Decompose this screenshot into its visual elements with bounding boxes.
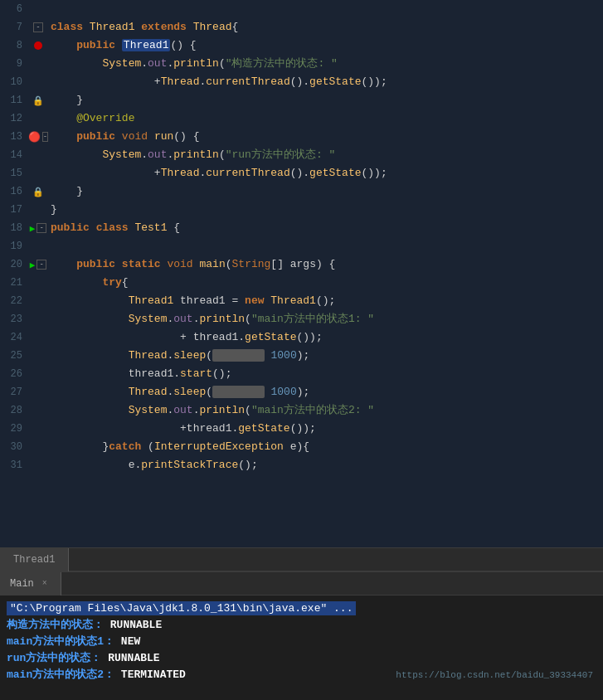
code-line-26: 26 thread1.start(); <box>0 365 603 383</box>
code-content-23: System.out.println("main方法中的状态1: " <box>47 310 603 328</box>
gutter-16: 🔒 <box>29 187 47 197</box>
line-number-16: 16 <box>0 186 29 197</box>
code-line-31: 31 e.printStackTrace(); <box>0 456 603 474</box>
code-content-21: try{ <box>47 274 603 292</box>
code-content-28: System.out.println("main方法中的状态2: " <box>47 401 603 420</box>
console-label-1: 构造方法中的状态： <box>7 619 104 631</box>
code-line-28: 28 System.out.println("main方法中的状态2: " <box>0 401 603 420</box>
code-content-16: } <box>47 182 603 201</box>
gutter-13: 🔴 - <box>29 131 47 143</box>
code-content-9: System.out.println("构造方法中的状态: " <box>47 55 603 73</box>
line-number-23: 23 <box>0 314 29 325</box>
code-line-25: 25 Thread.sleep( 1000); <box>0 347 603 365</box>
line-number-15: 15 <box>0 168 29 179</box>
console-tab-bar: Main × <box>0 572 603 595</box>
line-number-17: 17 <box>0 204 29 216</box>
breakpoint-icon-8[interactable] <box>34 41 42 50</box>
code-content-30: }catch (InterruptedException e){ <box>47 438 603 456</box>
console-line-3: run方法中的状态： RUNNABLE <box>7 650 596 667</box>
close-console-button[interactable]: × <box>39 578 51 590</box>
line-number-11: 11 <box>0 95 29 106</box>
console-value-1: RUNNABLE <box>110 619 162 631</box>
code-content-17: } <box>47 201 603 219</box>
console-output: "C:\Program Files\Java\jdk1.8.0_131\bin\… <box>0 595 603 688</box>
console-value-4: TERMINATED <box>121 668 186 681</box>
line-number-24: 24 <box>0 332 29 343</box>
fold-icon-7[interactable]: - <box>33 22 43 32</box>
gutter-20: ▶ - <box>29 260 47 270</box>
code-content-15: +Thread.currentThread().getState()); <box>47 164 603 182</box>
code-content-22: Thread1 thread1 = new Thread1(); <box>47 292 603 310</box>
console-tab-main[interactable]: Main × <box>0 572 61 595</box>
editor-area: 6 7 - class Thread1 extends Thread{ 8 pu… <box>0 0 603 547</box>
code-line-11: 11 🔒 } <box>0 91 603 109</box>
console-label-2: main方法中的状态1： <box>7 635 114 648</box>
console-value-2: NEW <box>121 635 140 648</box>
console-tab-label: Main <box>10 578 34 590</box>
line-number-30: 30 <box>0 441 29 453</box>
console-line-2: main方法中的状态1： NEW <box>7 634 596 650</box>
console-cmd-line: "C:\Program Files\Java\jdk1.8.0_131\bin\… <box>7 600 596 617</box>
console-area: Main × "C:\Program Files\Java\jdk1.8.0_1… <box>0 571 603 700</box>
breakpoint-arrow-13: 🔴 <box>28 131 41 143</box>
lock-icon-11: 🔒 <box>32 95 44 106</box>
code-line-13: 13 🔴 - public void run() { <box>0 128 603 146</box>
code-line-18: 18 ▶ - public class Test1 { <box>0 219 603 237</box>
code-content-10: +Thread.currentThread().getState()); <box>47 73 603 91</box>
editor-tab-bar: Thread1 <box>0 547 603 571</box>
console-line-4: main方法中的状态2： TERMINATED https://blog.csd… <box>7 667 596 683</box>
code-line-15: 15 +Thread.currentThread().getState()); <box>0 164 603 182</box>
editor-tab-label: Thread1 <box>13 554 55 566</box>
console-label-3: run方法中的状态： <box>7 652 101 664</box>
code-content-24: + thread1.getState()); <box>47 328 603 347</box>
line-number-21: 21 <box>0 277 29 289</box>
code-line-22: 22 Thread1 thread1 = new Thread1(); <box>0 292 603 310</box>
editor-tab-thread1[interactable]: Thread1 <box>0 548 69 571</box>
code-line-9: 9 System.out.println("构造方法中的状态: " <box>0 55 603 73</box>
code-line-10: 10 +Thread.currentThread().getState()); <box>0 73 603 91</box>
line-number-13: 13 <box>0 131 29 143</box>
code-content-8: public Thread1() { <box>47 36 603 55</box>
console-line-4-text: main方法中的状态2： TERMINATED <box>7 667 186 683</box>
code-content-12: @Override <box>47 109 603 128</box>
code-line-14: 14 System.out.println("run方法中的状态: " <box>0 146 603 164</box>
gutter-8 <box>29 41 47 50</box>
fold-icon-20[interactable]: - <box>36 260 46 270</box>
code-content-26: thread1.start(); <box>47 365 603 383</box>
lock-icon-16: 🔒 <box>32 187 44 197</box>
line-number-7: 7 <box>0 22 29 33</box>
line-number-12: 12 <box>0 113 29 124</box>
line-number-27: 27 <box>0 386 29 398</box>
line-number-9: 9 <box>0 58 29 70</box>
line-number-18: 18 <box>0 222 29 234</box>
code-content-18: public class Test1 { <box>47 219 603 237</box>
code-line-27: 27 Thread.sleep( 1000); <box>0 383 603 401</box>
code-content-11: } <box>47 91 603 109</box>
console-value-3: RUNNABLE <box>108 652 159 664</box>
code-line-7: 7 - class Thread1 extends Thread{ <box>0 18 603 36</box>
redacted-27 <box>212 386 265 398</box>
fold-icon-18[interactable]: - <box>36 223 46 233</box>
code-content-14: System.out.println("run方法中的状态: " <box>47 146 603 164</box>
run-arrow-20: ▶ <box>30 260 36 270</box>
line-number-8: 8 <box>0 40 29 51</box>
code-content-7: class Thread1 extends Thread{ <box>47 18 603 36</box>
code-line-12: 12 @Override <box>0 109 603 128</box>
gutter-18: ▶ - <box>29 223 47 234</box>
line-number-14: 14 <box>0 149 29 161</box>
code-line-17: 17 } <box>0 201 603 219</box>
gutter-7[interactable]: - <box>29 22 47 32</box>
code-line-29: 29 +thread1.getState()); <box>0 420 603 438</box>
redacted-25 <box>212 349 265 362</box>
line-number-19: 19 <box>0 241 29 252</box>
run-arrow-18: ▶ <box>30 223 36 234</box>
line-number-28: 28 <box>0 405 29 416</box>
console-label-4: main方法中的状态2： <box>7 668 114 681</box>
code-content-20: public static void main(String[] args) { <box>47 255 603 274</box>
line-number-26: 26 <box>0 368 29 380</box>
code-content-13: public void run() { <box>47 128 603 146</box>
line-number-6: 6 <box>0 3 29 15</box>
code-content-31: e.printStackTrace(); <box>47 456 603 474</box>
code-line-23: 23 System.out.println("main方法中的状态1: " <box>0 310 603 328</box>
code-line-30: 30 }catch (InterruptedException e){ <box>0 438 603 456</box>
